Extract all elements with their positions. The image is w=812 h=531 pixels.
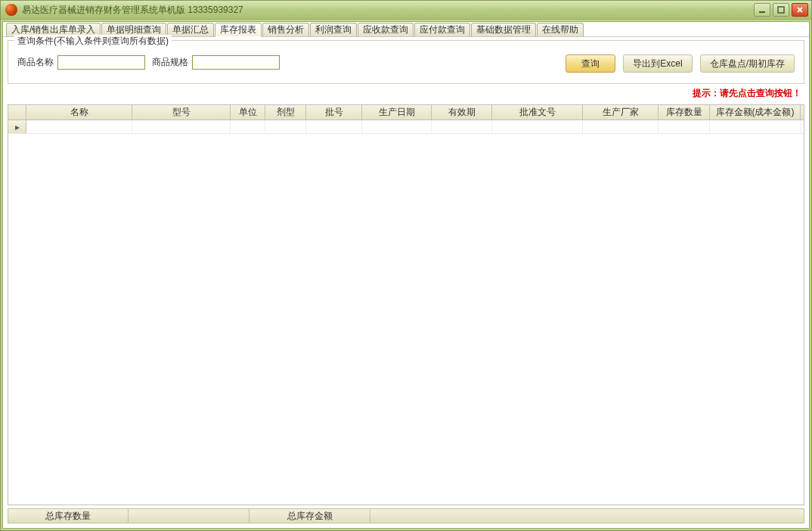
row-indicator-header	[8, 105, 26, 120]
cell	[265, 120, 306, 133]
filter-fieldset: 查询条件(不输入条件则查询所有数据) 商品名称 商品规格 查询 导出到Excel…	[8, 40, 804, 84]
footer-amt-value	[370, 508, 804, 523]
filter-legend: 查询条件(不输入条件则查询所有数据)	[14, 35, 172, 48]
action-area: 查询 导出到Excel 仓库盘点/期初库存	[566, 51, 795, 73]
footer-amt-label: 总库存金额	[249, 508, 370, 523]
column-header-5[interactable]: 生产日期	[362, 105, 432, 120]
query-button[interactable]: 查询	[566, 54, 615, 73]
tab-8[interactable]: 基础数据管理	[471, 23, 536, 37]
maximize-icon	[777, 6, 785, 14]
grid-row[interactable]: ▸	[8, 120, 804, 134]
column-header-8[interactable]: 生产厂家	[583, 105, 659, 120]
product-spec-input[interactable]	[191, 54, 280, 70]
grid-body: ▸	[8, 120, 804, 505]
tab-6[interactable]: 应收款查询	[358, 23, 414, 37]
cell	[26, 120, 132, 133]
data-grid[interactable]: 名称型号单位剂型批号生产日期有效期批准文号生产厂家库存数量库存金额(成本金额) …	[8, 104, 804, 505]
row-indicator: ▸	[8, 120, 26, 133]
tab-2[interactable]: 单据汇总	[167, 23, 214, 37]
hint-text: 提示：请先点击查询按钮！	[3, 87, 801, 100]
grid-header: 名称型号单位剂型批号生产日期有效期批准文号生产厂家库存数量库存金额(成本金额)	[8, 105, 804, 120]
svg-rect-1	[778, 7, 784, 13]
stock-check-button[interactable]: 仓库盘点/期初库存	[700, 54, 795, 73]
column-header-3[interactable]: 剂型	[265, 105, 306, 120]
filter-row: 商品名称 商品规格 查询 导出到Excel 仓库盘点/期初库存	[14, 47, 798, 77]
column-header-2[interactable]: 单位	[231, 105, 265, 120]
app-window: 易达医疗器械进销存财务管理系统单机版 13335939327 入库/销售出库单录…	[0, 0, 812, 531]
tab-9[interactable]: 在线帮助	[537, 23, 584, 37]
column-header-10[interactable]: 库存金额(成本金额)	[710, 105, 801, 120]
cell	[306, 120, 362, 133]
tab-3[interactable]: 库存报表	[215, 23, 262, 37]
window-title: 易达医疗器械进销存财务管理系统单机版 13335939327	[22, 4, 754, 17]
cell	[583, 120, 659, 133]
titlebar: 易达医疗器械进销存财务管理系统单机版 13335939327	[1, 1, 811, 20]
cell	[132, 120, 231, 133]
tab-5[interactable]: 利润查询	[310, 23, 357, 37]
minimize-icon	[758, 6, 766, 14]
product-name-label: 商品名称	[17, 56, 54, 69]
minimize-button[interactable]	[754, 3, 770, 17]
export-excel-button[interactable]: 导出到Excel	[623, 54, 692, 73]
product-spec-label: 商品规格	[152, 56, 188, 69]
footer-bar: 总库存数量 总库存金额	[8, 508, 804, 523]
cell	[362, 120, 432, 133]
cell	[659, 120, 710, 133]
column-header-7[interactable]: 批准文号	[492, 105, 583, 120]
footer-qty-label: 总库存数量	[8, 508, 129, 523]
tab-4[interactable]: 销售分析	[262, 23, 309, 37]
footer-qty-value	[129, 508, 249, 523]
close-button[interactable]	[792, 3, 808, 17]
column-header-0[interactable]: 名称	[26, 105, 132, 120]
app-icon	[5, 4, 17, 16]
column-header-4[interactable]: 批号	[306, 105, 362, 120]
maximize-button[interactable]	[773, 3, 789, 17]
column-header-9[interactable]: 库存数量	[659, 105, 710, 120]
column-header-1[interactable]: 型号	[132, 105, 231, 120]
column-header-6[interactable]: 有效期	[432, 105, 492, 120]
window-buttons	[754, 3, 808, 17]
svg-rect-0	[759, 11, 765, 13]
cell	[231, 120, 265, 133]
product-name-input[interactable]	[57, 54, 146, 70]
client-area: 入库/销售出库单录入单据明细查询单据汇总库存报表销售分析利润查询应收款查询应付款…	[2, 21, 810, 529]
cell	[432, 120, 492, 133]
button-row: 查询 导出到Excel 仓库盘点/期初库存	[566, 54, 795, 73]
close-icon	[796, 6, 804, 14]
tab-7[interactable]: 应付款查询	[414, 23, 470, 37]
cell	[492, 120, 583, 133]
cell	[710, 120, 801, 133]
